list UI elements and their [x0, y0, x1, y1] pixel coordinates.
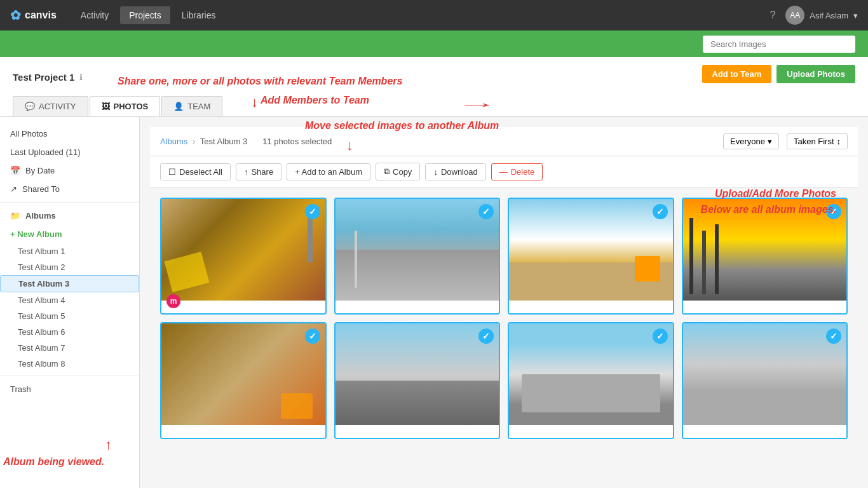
upload-photos-button[interactable]: Upload Photos — [776, 65, 855, 83]
breadcrumb: Albums › Test Album 3 — [160, 137, 247, 146]
photo-item-3[interactable]: ✓ — [508, 198, 674, 315]
help-icon[interactable]: ? — [770, 10, 775, 21]
project-title: Test Project 1 — [13, 72, 74, 83]
copy-button[interactable]: ⧉ Copy — [376, 163, 420, 180]
sidebar-album-5[interactable]: Test Album 5 — [0, 308, 139, 324]
photo-item-4[interactable]: ✓ — [682, 198, 848, 315]
nav-libraries[interactable]: Libraries — [173, 6, 225, 24]
photo-item-7[interactable]: ✓ — [508, 322, 674, 439]
share-icon: ↗ — [10, 184, 17, 194]
photo-item-8[interactable]: ✓ — [682, 322, 848, 439]
tab-activity[interactable]: 💬 ACTIVITY — [13, 96, 88, 116]
sort-label: Taken First — [794, 137, 834, 146]
content-area: Albums › Test Album 3 11 photos selected… — [140, 117, 868, 488]
photo-grid: ✓ m ✓ ✓ — [150, 187, 858, 449]
user-menu[interactable]: AA Asif Aslam ▾ — [785, 6, 858, 25]
download-button[interactable]: ↓ Download — [425, 163, 485, 180]
filter-right: Everyone ▾ Taken First ↕ — [723, 133, 848, 149]
calendar-icon: 📅 — [10, 166, 20, 175]
breadcrumb-sep: › — [193, 137, 195, 146]
user-icon: 👤 — [173, 102, 184, 111]
nav-activity[interactable]: Activity — [72, 6, 118, 24]
sidebar-item-last-uploaded[interactable]: Last Uploaded (11) — [0, 143, 139, 161]
photo-check-5: ✓ — [305, 329, 320, 344]
sidebar-album-7[interactable]: Test Album 7 — [0, 340, 139, 356]
photo-item-5[interactable]: ✓ — [160, 322, 327, 439]
tabs: 💬 ACTIVITY 🖼 PHOTOS 👤 TEAM — [13, 96, 855, 116]
photo-item-2[interactable]: ✓ — [334, 198, 501, 315]
content-top-bar: Albums › Test Album 3 11 photos selected… — [150, 127, 858, 156]
image-icon: 🖼 — [102, 102, 110, 111]
project-info-icon[interactable]: ℹ — [79, 72, 83, 82]
sidebar-album-4[interactable]: Test Album 4 — [0, 292, 139, 308]
avatar: AA — [785, 6, 804, 25]
sidebar-trash[interactable]: Trash — [0, 380, 139, 398]
deselect-all-button[interactable]: ☐ Deselect All — [160, 163, 231, 180]
add-to-team-button[interactable]: Add to Team — [702, 65, 772, 83]
add-to-album-button[interactable]: + Add to an Album — [287, 163, 370, 180]
brand-name: canvis — [25, 10, 57, 21]
share-upload-icon: ↑ — [244, 167, 248, 177]
green-banner — [0, 30, 868, 57]
sidebar-item-by-date[interactable]: 📅 By Date — [0, 161, 139, 180]
photo-item-1[interactable]: ✓ m — [160, 198, 327, 315]
download-icon: ↓ — [433, 167, 438, 177]
tab-team[interactable]: 👤 TEAM — [161, 96, 222, 116]
selected-count: 11 photos selected — [262, 137, 332, 146]
brand-logo[interactable]: ✿ canvis — [10, 8, 57, 23]
all-photos-label: All Photos — [10, 129, 48, 139]
nav-projects[interactable]: Projects — [120, 6, 170, 24]
sidebar-album-8[interactable]: Test Album 8 — [0, 356, 139, 372]
visibility-filter[interactable]: Everyone ▾ — [723, 133, 779, 149]
main-layout: All Photos Last Uploaded (11) 📅 By Date … — [0, 117, 868, 488]
project-actions: Add to Team Upload Photos — [702, 65, 855, 83]
photo-check-3: ✓ — [653, 204, 668, 219]
chevron-down-icon: ▾ — [768, 137, 772, 146]
delete-icon: — — [499, 167, 508, 177]
navbar: ✿ canvis Activity Projects Libraries ? A… — [0, 0, 868, 30]
sidebar-album-6[interactable]: Test Album 6 — [0, 324, 139, 340]
sidebar-new-album[interactable]: + New Album — [0, 225, 139, 243]
photo-item-6[interactable]: ✓ — [334, 322, 501, 439]
delete-button[interactable]: — Delete — [491, 163, 543, 180]
nav-links: Activity Projects Libraries — [72, 6, 225, 24]
breadcrumb-albums-link[interactable]: Albums — [160, 137, 187, 146]
visibility-label: Everyone — [730, 137, 765, 146]
breadcrumb-current: Test Album 3 — [200, 137, 247, 146]
sidebar: All Photos Last Uploaded (11) 📅 By Date … — [0, 117, 140, 488]
sidebar-item-shared-to[interactable]: ↗ Shared To — [0, 180, 139, 198]
folder-icon: 📁 — [10, 211, 20, 220]
sidebar-album-1[interactable]: Test Album 1 — [0, 243, 139, 259]
photo-label-1: m — [166, 294, 180, 308]
last-uploaded-label: Last Uploaded (11) — [10, 147, 81, 157]
navbar-right: ? AA Asif Aslam ▾ — [770, 6, 858, 25]
photo-check-6: ✓ — [478, 329, 494, 344]
sidebar-album-2[interactable]: Test Album 2 — [0, 259, 139, 275]
sidebar-item-all-photos[interactable]: All Photos — [0, 125, 139, 143]
sort-arrow-icon: ↕ — [837, 137, 841, 146]
photo-check-2: ✓ — [478, 204, 494, 219]
photo-check-8: ✓ — [826, 329, 841, 344]
sidebar-section-albums: 📁 Albums — [0, 207, 139, 225]
user-name: Asif Aslam — [810, 11, 848, 20]
deselect-icon: ☐ — [168, 167, 176, 177]
photo-check-1: ✓ — [305, 204, 320, 219]
comment-icon: 💬 — [25, 102, 35, 111]
photo-check-7: ✓ — [653, 329, 668, 344]
project-header: Test Project 1 ℹ Add to Team Upload Phot… — [0, 57, 868, 117]
photo-check-4: ✓ — [826, 204, 841, 219]
copy-icon: ⧉ — [384, 166, 390, 177]
user-menu-chevron: ▾ — [853, 11, 858, 20]
action-bar: ☐ Deselect All ↑ Share + Add to an Album… — [150, 156, 858, 187]
sort-filter[interactable]: Taken First ↕ — [787, 133, 848, 149]
canvis-logo-icon: ✿ — [10, 8, 21, 23]
sidebar-album-3[interactable]: Test Album 3 — [0, 275, 139, 292]
search-input[interactable] — [703, 36, 855, 53]
tab-photos[interactable]: 🖼 PHOTOS — [90, 96, 161, 116]
share-button[interactable]: ↑ Share — [236, 163, 281, 180]
